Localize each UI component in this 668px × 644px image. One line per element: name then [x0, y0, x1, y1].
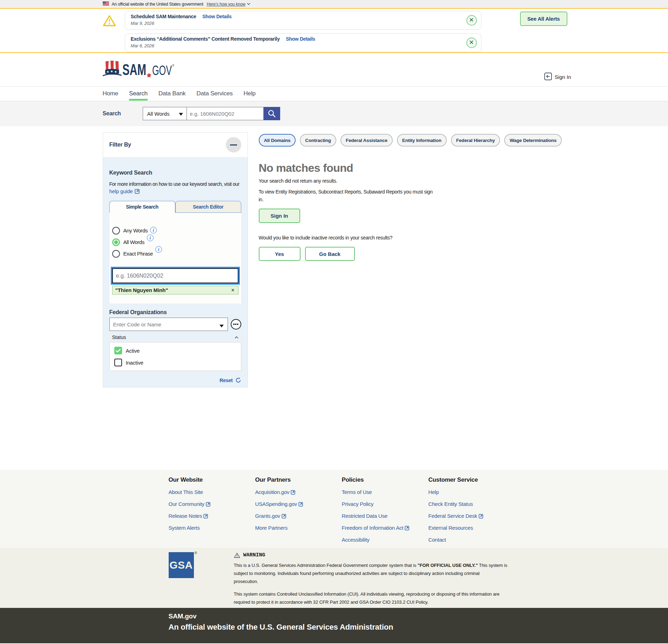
warning-triangle-icon [103, 15, 116, 27]
footer-link[interactable]: Restricted Data Use [342, 513, 429, 525]
reset-refresh-icon[interactable] [235, 377, 241, 383]
gsa-logo[interactable]: GSA [169, 552, 194, 578]
nav-home[interactable]: Home [103, 87, 119, 101]
info-icon[interactable]: i [155, 246, 162, 253]
info-icon[interactable]: i [150, 227, 157, 233]
yes-button[interactable]: Yes [259, 247, 301, 261]
pill-federal-hierarchy[interactable]: Federal Hierarchy [451, 134, 500, 147]
status-label: Status [112, 334, 126, 340]
footer-link[interactable]: System Alerts [169, 525, 255, 537]
chip-remove-icon[interactable]: × [231, 287, 234, 293]
chevron-down-icon [247, 3, 250, 5]
help-guide-link[interactable]: help guide [109, 188, 140, 194]
alert-item: Scheduled SAM Maintenance Show Details M… [125, 11, 481, 30]
see-all-alerts-button[interactable]: See All Alerts [520, 12, 567, 26]
federal-org-input[interactable] [109, 318, 228, 331]
signin-cta-button[interactable]: Sign In [259, 209, 300, 223]
search-input[interactable] [187, 107, 264, 120]
alert-date: Mar 9, 2026 [131, 21, 461, 26]
keyword-chip: "Thien Nguyen Minh" × [112, 286, 238, 294]
alert-show-details-link[interactable]: Show Details [202, 14, 232, 19]
tab-search-editor[interactable]: Search Editor [175, 201, 241, 213]
keyword-input[interactable] [112, 268, 238, 283]
footer-link[interactable]: Grants.gov [255, 513, 342, 525]
external-link-icon [479, 514, 483, 520]
federal-org-more-button[interactable]: ••• [231, 319, 241, 330]
main-nav: Home Search Data Bank Data Services Help [0, 86, 668, 101]
pill-contracting[interactable]: Contracting [300, 134, 336, 147]
footer-link[interactable]: Help [429, 489, 515, 501]
external-link-icon [203, 514, 208, 520]
simple-search-panel: Any Words i All Words i Exact Phrase i [109, 213, 241, 304]
external-link-icon [405, 526, 409, 531]
warning-paragraph-1: This is a U.S. General Services Administ… [234, 561, 510, 585]
footer-link[interactable]: Check Entity Status [429, 501, 515, 513]
pill-all-domains[interactable]: All Domains [259, 134, 296, 147]
footer-link[interactable]: About This Site [169, 489, 255, 501]
chip-text: "Thien Nguyen Minh" [115, 287, 168, 293]
footer-link[interactable]: Release Notes [169, 513, 255, 525]
external-link-icon [135, 189, 140, 195]
footer-link[interactable]: Accessibility [342, 537, 429, 549]
footer-link[interactable]: Privacy Policy [342, 501, 429, 513]
domain-pills: All Domains Contracting Federal Assistan… [259, 134, 566, 147]
svg-text:®: ® [172, 64, 174, 67]
footer-column-heading: Our Partners [255, 476, 342, 489]
warning-paragraph-2: This system contains Controlled Unclassi… [234, 590, 510, 606]
nav-data-services[interactable]: Data Services [196, 87, 232, 101]
nav-search[interactable]: Search [129, 87, 148, 101]
sam-gov-logo[interactable]: SAM GOV ® [103, 53, 174, 86]
dark-footer: SAM.gov An official website of the U.S. … [0, 608, 668, 643]
signin-arrow-icon [544, 73, 552, 81]
footer-link[interactable]: Freedom of Information Act [342, 525, 429, 537]
search-strip: Search All Words [0, 101, 668, 126]
checkbox-inactive[interactable] [114, 359, 122, 366]
warning-title: WARNING [243, 552, 265, 558]
combo-caret-icon [220, 325, 224, 327]
footer-link[interactable]: Terms of Use [342, 489, 429, 501]
filter-by-title: Filter By [109, 142, 131, 148]
banner-how-link[interactable]: Here’s how you know [207, 2, 250, 7]
collapse-filters-button[interactable] [226, 137, 241, 152]
usa-banner: An official website of the United States… [0, 0, 668, 9]
checkbox-active[interactable] [114, 347, 122, 354]
status-checkbox-card: Active Inactive [109, 342, 241, 371]
pill-wage-determinations[interactable]: Wage Determinations [504, 134, 562, 147]
nav-data-bank[interactable]: Data Bank [158, 87, 186, 101]
alert-close-button[interactable] [466, 38, 477, 48]
site-header: SAM GOV ® Sign In [0, 53, 668, 86]
footer-link[interactable]: More Partners [255, 525, 342, 537]
footer-link[interactable]: Our Community [169, 501, 255, 513]
tab-simple-search[interactable]: Simple Search [109, 201, 175, 213]
footer-link[interactable]: Contact [429, 537, 515, 549]
search-type-select[interactable]: All Words [143, 107, 187, 120]
go-back-button[interactable]: Go Back [305, 247, 355, 261]
no-matches-title: No matches found [259, 162, 566, 175]
alert-show-details-link[interactable]: Show Details [286, 36, 315, 42]
radio-all-words[interactable] [112, 238, 120, 246]
alert-close-button[interactable] [466, 15, 477, 26]
info-icon[interactable]: i [147, 235, 154, 241]
footer-link[interactable]: External Resources [429, 525, 515, 537]
close-icon [469, 18, 474, 22]
signin-note: To view Entity Registrations, Subcontrac… [259, 188, 436, 203]
search-submit-button[interactable] [264, 107, 280, 120]
nav-help[interactable]: Help [244, 87, 256, 101]
select-caret-icon [179, 113, 183, 116]
pill-federal-assistance[interactable]: Federal Assistance [340, 134, 393, 147]
radio-any-words[interactable] [112, 227, 120, 235]
alerts-section: Scheduled SAM Maintenance Show Details M… [0, 9, 668, 53]
banner-text: An official website of the United States… [112, 2, 203, 7]
pill-entity-information[interactable]: Entity Information [397, 134, 447, 147]
reset-link[interactable]: Reset [220, 378, 232, 383]
check-icon [116, 349, 121, 353]
footer-link[interactable]: Acquisition.gov [255, 489, 342, 501]
warning-outline-icon [234, 553, 240, 558]
footer-column: PoliciesTerms of UsePrivacy PolicyRestri… [342, 476, 429, 549]
footer-link[interactable]: Federal Service Desk [429, 513, 515, 525]
footer-link[interactable]: USASpending.gov [255, 501, 342, 513]
signin-button[interactable]: Sign In [544, 73, 571, 86]
footer-column: Our PartnersAcquisition.govUSASpending.g… [255, 476, 342, 549]
radio-exact-phrase[interactable] [112, 250, 120, 258]
chevron-up-icon[interactable] [235, 336, 238, 339]
